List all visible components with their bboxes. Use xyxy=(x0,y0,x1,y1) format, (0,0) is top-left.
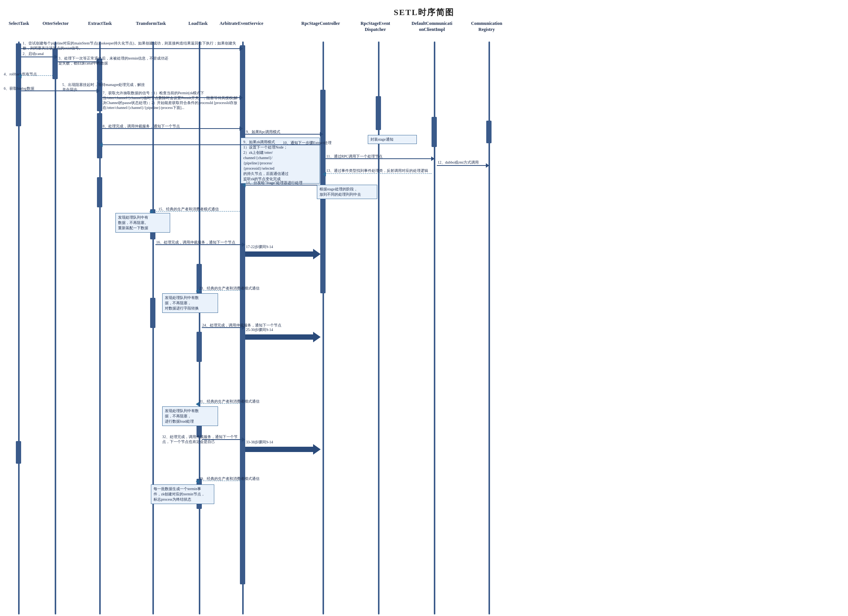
arrowhead-32 xyxy=(242,437,245,442)
note-rpcstage: 根据stage处理的阶段，放到不同的处理列列中去 xyxy=(317,185,377,199)
msg-39: 39、经典的生产者和消费者模式通信 xyxy=(199,476,260,481)
msg-33-38: 33-38步骤同9-14 xyxy=(246,440,273,444)
arrow-head-25-30 xyxy=(313,332,321,342)
note-transform-1: 发现处理队列中有数据，不再阻塞。重新装配一下数据 xyxy=(115,213,170,233)
arrow-13 xyxy=(326,173,432,174)
arrowhead-2 xyxy=(54,55,58,59)
activation-select-2 xyxy=(16,441,21,464)
arrow-12 xyxy=(437,165,486,166)
participant-load: LoadTask xyxy=(181,21,215,27)
arrowhead-39 xyxy=(196,479,199,484)
arrowhead-23 xyxy=(196,289,199,293)
msg-25-30: 25-30步骤同9-14 xyxy=(246,327,273,332)
arrowhead-10 xyxy=(99,143,103,147)
msg-6: 6、获取binlog数据 xyxy=(4,86,34,91)
activation-select-1 xyxy=(16,43,21,126)
participant-dispatcher: RpcStageEventDispatcher xyxy=(355,21,396,32)
arrowhead-9a xyxy=(320,132,323,136)
activation-otter-1 xyxy=(52,49,58,79)
diagram-title: SETL时序简图 xyxy=(0,0,848,22)
lifeline-load xyxy=(199,41,200,614)
arrow-2 xyxy=(21,57,55,57)
msg-2: 2、启动canal xyxy=(23,51,44,56)
msg-8: 8、处理完成，调用仲裁服务，通知下一个节点 xyxy=(103,124,180,129)
arrowhead-12 xyxy=(486,163,489,168)
participant-transform: TransformTask xyxy=(130,21,172,27)
activation-defcomm xyxy=(432,117,437,147)
lifeline-select xyxy=(18,41,20,614)
arrowhead-8 xyxy=(240,126,243,131)
arrow-head-17-22 xyxy=(313,249,321,259)
participant-select: SelectTask xyxy=(4,21,34,27)
activation-dispatcher xyxy=(376,96,381,130)
arrow-body-17-22 xyxy=(245,251,313,257)
arrowhead-14 xyxy=(242,183,246,187)
arrowhead-11 xyxy=(431,156,435,161)
arrow-25-30 xyxy=(245,332,321,342)
msg-1: 1、尝试创建每个pipeline对应的mainStem节点(zookeeper持… xyxy=(23,41,241,51)
activation-transform-2 xyxy=(150,298,155,328)
diagram-container: SETL时序简图 SelectTask OtterSelector Extrac… xyxy=(0,0,848,616)
arrow-4 xyxy=(21,75,55,76)
note-load-3: 每一批数据生成一个termin事件，zk创建对应的termin节点，标志proc… xyxy=(151,484,214,504)
msg-16: 16、处理完成，调用仲裁服务，通知下一个节点 xyxy=(156,240,235,245)
msg-10: 10、通知下一步骤Extract处理 xyxy=(283,140,332,145)
arrowhead-31 xyxy=(196,402,199,406)
msg-17-22: 17-22步骤同9-14 xyxy=(246,244,273,249)
arrowhead-4 xyxy=(18,74,22,78)
participant-extract: ExtractTask xyxy=(81,21,119,27)
participant-arbitrate: ArbitrateEventService xyxy=(217,21,266,27)
msg-14: 14、分发给"Stage"处理器进行处理 xyxy=(246,180,303,185)
msg-31: 31、经典的生产者和消费者模式通信 xyxy=(199,399,260,404)
arrow-33-38 xyxy=(245,444,321,455)
activation-load-2 xyxy=(197,332,202,362)
msg-9a: 9、如果Rpc调用模式 xyxy=(246,129,280,134)
participant-rpcstage: RpcStageController xyxy=(298,21,343,27)
msg-12: 12、dubbo或rmi方式调用 xyxy=(438,160,479,165)
msg-3: 3、处理下一次等正常退出后，未被处理的termin信息，不管成功还是失败，都归滚… xyxy=(58,56,172,66)
participant-otter: OtterSelector xyxy=(38,21,74,27)
lifeline-otter xyxy=(55,41,56,614)
arrowhead-16 xyxy=(242,242,245,247)
note-load-1: 发现处理队列中有数据，不再阻塞，对数据进行字段转换 xyxy=(162,293,218,313)
activation-extract-4 xyxy=(97,177,102,207)
msg-11: 11、通过RPC调用下一个处理节点 xyxy=(326,154,383,159)
activation-extract-3 xyxy=(97,113,102,158)
participant-defcomm: DefaultCommunicationClientImpl xyxy=(409,21,455,32)
arrow-17-22 xyxy=(245,249,321,259)
msg-13: 13、通过事件类型找到事件处理类，反射调用对应的处理逻辑 xyxy=(326,168,428,173)
arrowhead-6 xyxy=(97,89,100,93)
arrow-body-33-38 xyxy=(245,447,313,452)
arrowhead-13-left xyxy=(323,172,326,176)
msg-23: 23、经典的生产者和消费者模式通信 xyxy=(199,286,260,291)
arrow-body-25-30 xyxy=(245,334,313,340)
msg-7: 7、获取允许抽取数据的信号：1）检查当前的Permit(zk模式下当/otter… xyxy=(103,90,240,110)
note-load-2: 发现处理队列中有数据，不再阻塞，进行数据load处理 xyxy=(162,406,218,426)
msg-32: 32、处理完成，调用仲裁服务，通知下一个节点，下一个节点也肯定会是自己 xyxy=(162,434,241,444)
note-dispatcher: 封装stage通知 xyxy=(368,135,417,144)
activation-commreg xyxy=(486,121,492,143)
participant-commreg: CommunicationRegistry xyxy=(468,21,505,32)
msg-15: 15、经典的生产者和消费者模式通信 xyxy=(158,207,219,211)
arrow-head-33-38 xyxy=(313,444,321,455)
